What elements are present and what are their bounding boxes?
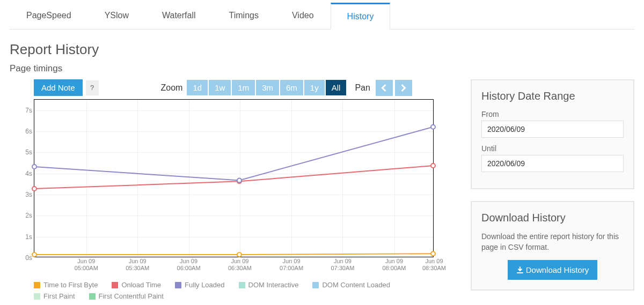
tab-pagespeed[interactable]: PageSpeed xyxy=(10,3,88,29)
tab-yslow[interactable]: YSlow xyxy=(88,3,145,29)
legend-swatch-icon xyxy=(34,293,40,300)
legend-swatch-icon xyxy=(312,282,319,288)
legend: Time to First ByteOnload TimeFully Loade… xyxy=(34,281,434,303)
legend-item[interactable]: First Paint xyxy=(34,292,75,300)
data-point[interactable] xyxy=(32,252,36,257)
legend-label: First Contentful Paint xyxy=(99,292,164,300)
legend-label: DOM Content Loaded xyxy=(322,281,390,289)
zoom-3m[interactable]: 3m xyxy=(256,80,279,95)
x-tick: Jun 0907:00AM xyxy=(270,258,313,272)
legend-swatch-icon xyxy=(175,282,181,288)
legend-label: Fully Loaded xyxy=(185,281,224,289)
y-tick: 3s xyxy=(25,191,32,198)
data-point[interactable] xyxy=(431,251,435,256)
legend-label: Onload Time xyxy=(121,281,161,289)
legend-item[interactable]: DOM Content Loaded xyxy=(312,281,390,289)
zoom-label: Zoom xyxy=(161,83,183,93)
chart[interactable]: 0s1s2s3s4s5s6s7s Jun 0905:00AMJun 0905:3… xyxy=(34,99,434,257)
x-tick: Jun 0906:30AM xyxy=(218,258,261,272)
legend-swatch-icon xyxy=(34,282,40,288)
legend-label: Time to First Byte xyxy=(43,281,98,289)
pan-label: Pan xyxy=(355,83,370,93)
zoom-1d[interactable]: 1d xyxy=(187,80,208,95)
legend-item[interactable]: Onload Time xyxy=(112,281,161,289)
chevron-right-icon xyxy=(400,84,406,92)
y-tick: 2s xyxy=(25,212,32,219)
series-line xyxy=(34,254,433,255)
legend-swatch-icon xyxy=(112,282,118,288)
data-point[interactable] xyxy=(32,165,36,169)
subtitle: Page timings xyxy=(10,63,634,74)
y-tick: 4s xyxy=(25,170,32,177)
tab-waterfall[interactable]: Waterfall xyxy=(145,3,213,29)
data-point[interactable] xyxy=(431,163,435,168)
zoom-all[interactable]: All xyxy=(326,80,347,95)
x-tick: Jun 0906:00AM xyxy=(167,258,210,272)
data-point[interactable] xyxy=(32,187,36,191)
page-title: Report History xyxy=(10,41,634,58)
date-range-title: History Date Range xyxy=(481,90,624,102)
zoom-1y[interactable]: 1y xyxy=(304,80,325,95)
legend-item[interactable]: Fully Loaded xyxy=(175,281,224,289)
pan-right-button[interactable] xyxy=(395,80,412,96)
zoom-1m[interactable]: 1m xyxy=(232,80,255,95)
download-button-label: Download History xyxy=(526,265,589,274)
zoom-6m[interactable]: 6m xyxy=(280,80,303,95)
series-line xyxy=(34,127,433,181)
x-tick: Jun 0905:30AM xyxy=(116,258,159,272)
data-point[interactable] xyxy=(431,125,435,129)
x-axis: Jun 0905:00AMJun 0905:30AMJun 0906:00AMJ… xyxy=(34,258,433,276)
legend-label: First Paint xyxy=(43,292,75,300)
zoom-1w[interactable]: 1w xyxy=(209,80,231,95)
add-note-button[interactable]: Add Note xyxy=(34,79,83,96)
pan-left-button[interactable] xyxy=(376,80,393,96)
series-line xyxy=(34,166,433,189)
y-tick: 1s xyxy=(25,233,32,241)
help-button[interactable]: ? xyxy=(86,80,99,95)
data-point[interactable] xyxy=(237,178,241,182)
y-tick: 0s xyxy=(25,254,32,262)
download-icon xyxy=(516,266,524,274)
y-tick: 7s xyxy=(25,107,32,114)
tab-timings[interactable]: Timings xyxy=(213,3,275,29)
x-tick: Jun 0908:30AM xyxy=(413,258,456,272)
x-tick: Jun 0907:30AM xyxy=(321,258,364,272)
legend-item[interactable]: Time to First Byte xyxy=(34,281,98,289)
legend-swatch-icon xyxy=(89,293,96,300)
legend-label: DOM Interactive xyxy=(248,281,299,289)
from-label: From xyxy=(481,110,624,118)
x-tick: Jun 0908:00AM xyxy=(373,258,416,272)
legend-item[interactable]: DOM Interactive xyxy=(239,281,299,289)
legend-item[interactable]: First Contentful Paint xyxy=(89,292,164,300)
download-title: Download History xyxy=(481,212,624,224)
tab-video[interactable]: Video xyxy=(275,3,331,29)
date-range-panel: History Date Range From Until xyxy=(471,79,634,189)
tab-history[interactable]: History xyxy=(331,3,391,29)
y-axis: 0s1s2s3s4s5s6s7s xyxy=(18,100,33,257)
tabs-bar: PageSpeedYSlowWaterfallTimingsVideoHisto… xyxy=(10,3,634,29)
until-label: Until xyxy=(481,144,624,153)
y-tick: 5s xyxy=(25,148,32,156)
data-point[interactable] xyxy=(237,252,241,257)
download-history-button[interactable]: Download History xyxy=(508,260,598,280)
until-input[interactable] xyxy=(481,155,624,172)
download-panel: Download History Download the entire rep… xyxy=(471,201,634,291)
download-desc: Download the entire report history for t… xyxy=(481,232,624,252)
legend-swatch-icon xyxy=(239,282,245,288)
from-input[interactable] xyxy=(481,121,624,138)
x-tick: Jun 0905:00AM xyxy=(65,258,108,272)
chevron-left-icon xyxy=(381,84,387,92)
y-tick: 6s xyxy=(25,128,32,135)
